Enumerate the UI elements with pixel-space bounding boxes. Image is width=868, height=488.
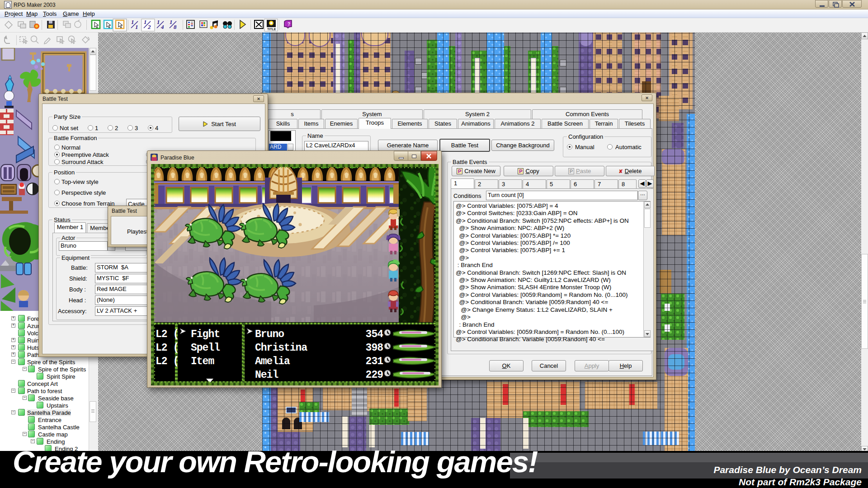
svg-text:Spell: Spell [191,342,220,354]
svg-text:Item: Item [191,356,214,367]
svg-text:?: ? [288,22,290,27]
svg-text:231: 231 [366,356,383,367]
svg-text:Amelia: Amelia [255,356,290,367]
svg-text:L2 (: L2 ( [156,342,179,354]
svg-text:TITLE: TITLE [267,28,276,31]
svg-text:Fight: Fight [191,328,220,340]
svg-text:Neil: Neil [255,369,278,381]
svg-text:2: 2 [147,23,151,30]
svg-text:1: 1 [170,19,173,25]
svg-text:1: 1 [131,19,134,25]
svg-text:1: 1 [157,19,160,25]
svg-text:L2 (: L2 ( [156,356,179,367]
svg-text:354: 354 [366,328,384,340]
svg-text:Christina: Christina [255,342,307,354]
svg-text:Bruno: Bruno [255,328,284,340]
svg-text:8: 8 [174,23,177,30]
svg-text:4: 4 [160,23,164,30]
svg-text:398: 398 [366,342,383,354]
svg-text:1: 1 [144,19,147,25]
svg-text:1: 1 [135,23,138,30]
svg-text:229: 229 [366,369,383,381]
svg-text:L2 (: L2 ( [156,328,179,340]
